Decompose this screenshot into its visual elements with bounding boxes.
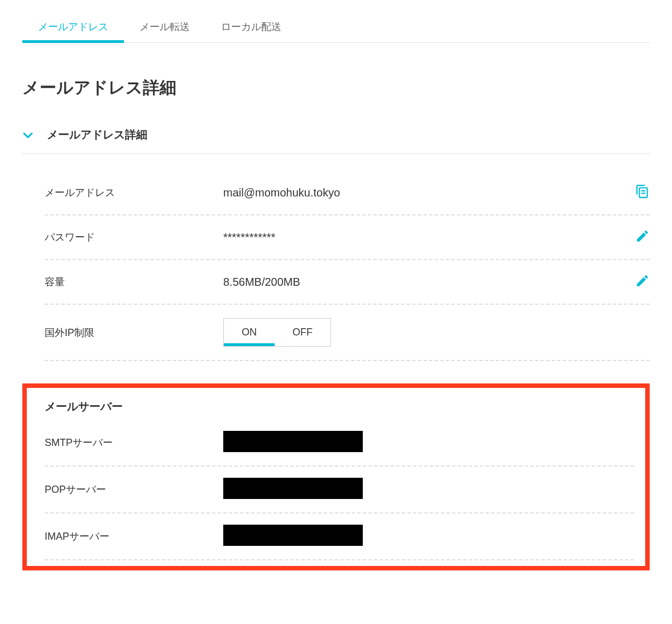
edit-capacity-button[interactable] (627, 273, 650, 290)
label-smtp: SMTPサーバー (45, 436, 223, 449)
row-imap: IMAPサーバー (45, 513, 634, 560)
value-email: mail@momohuku.tokyo (223, 186, 627, 199)
section-title: メールアドレス詳細 (47, 127, 147, 142)
tab-label: メール転送 (140, 21, 190, 32)
label-capacity: 容量 (45, 275, 223, 289)
value-imap (223, 525, 634, 548)
toggle-on-button[interactable]: ON (224, 319, 275, 346)
tabs-container: メールアドレス メール転送 ローカル配送 (22, 11, 650, 43)
chevron-down-icon (22, 131, 33, 139)
row-password: パスワード ************ (45, 215, 650, 260)
label-imap: IMAPサーバー (45, 530, 223, 543)
value-pop (223, 478, 634, 501)
tab-mail-address[interactable]: メールアドレス (22, 11, 124, 42)
svg-rect-1 (641, 193, 646, 194)
label-email: メールアドレス (45, 186, 223, 199)
tab-label: ローカル配送 (221, 21, 281, 32)
value-password: ************ (223, 231, 627, 244)
copy-button[interactable] (627, 184, 650, 201)
label-password: パスワード (45, 231, 223, 244)
edit-password-button[interactable] (627, 229, 650, 246)
row-email: メールアドレス mail@momohuku.tokyo (45, 171, 650, 215)
row-pop: POPサーバー (45, 467, 634, 513)
server-section-title: メールサーバー (45, 399, 634, 414)
pencil-icon (635, 229, 650, 243)
label-pop: POPサーバー (45, 483, 223, 496)
row-smtp: SMTPサーバー (45, 420, 634, 467)
page-title: メールアドレス詳細 (22, 76, 650, 99)
toggle-group: ON OFF (223, 318, 331, 347)
redacted-block (223, 525, 363, 546)
value-capacity: 8.56MB/200MB (223, 276, 627, 289)
copy-icon (635, 184, 650, 199)
redacted-block (223, 478, 363, 499)
pencil-icon (635, 273, 650, 288)
section-header[interactable]: メールアドレス詳細 (22, 127, 650, 154)
row-ip-restriction: 国外IP制限 ON OFF (45, 305, 650, 361)
redacted-block (223, 431, 363, 452)
tab-mail-forward[interactable]: メール転送 (124, 11, 205, 42)
label-ip-restriction: 国外IP制限 (45, 326, 223, 339)
svg-rect-0 (641, 190, 646, 191)
tab-label: メールアドレス (38, 21, 108, 32)
value-smtp (223, 431, 634, 454)
detail-rows: メールアドレス mail@momohuku.tokyo パスワード ******… (22, 171, 650, 361)
row-capacity: 容量 8.56MB/200MB (45, 260, 650, 305)
value-ip-restriction: ON OFF (223, 318, 650, 347)
mail-server-section: メールサーバー SMTPサーバー POPサーバー IMAPサーバー (22, 383, 650, 570)
toggle-off-button[interactable]: OFF (275, 319, 330, 346)
tab-local-delivery[interactable]: ローカル配送 (205, 11, 297, 42)
